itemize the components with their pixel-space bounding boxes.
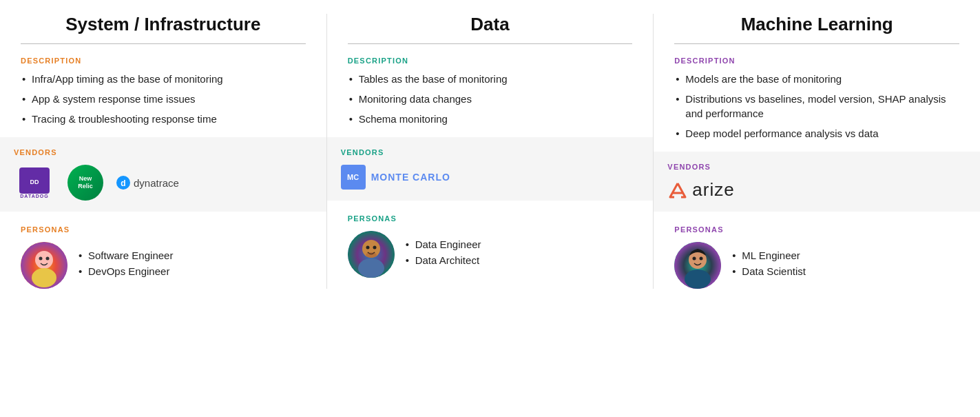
main-columns: System / Infrastructure DESCRIPTION Infr… bbox=[0, 0, 980, 303]
desc-item: Deep model performance analysis vs data bbox=[674, 126, 959, 141]
dynatrace-vendor: d dynatrace bbox=[116, 175, 179, 190]
vendors-label-ml: VENDORS bbox=[667, 163, 966, 171]
svg-point-11 bbox=[358, 258, 384, 278]
svg-point-8 bbox=[46, 257, 50, 261]
svg-point-19 bbox=[693, 257, 696, 261]
vendors-logos-data: MC MONTE CARLO bbox=[341, 165, 640, 190]
svg-point-18 bbox=[685, 269, 711, 289]
personas-list-system: Software Engineer DevOps Engineer bbox=[79, 250, 173, 281]
desc-item: Schema monitoring bbox=[348, 112, 633, 126]
persona-item: ML Engineer bbox=[732, 250, 806, 261]
desc-item: Distributions vs baselines, model versio… bbox=[674, 92, 959, 121]
svg-point-6 bbox=[32, 268, 56, 287]
desc-item: Models are the base of monitoring bbox=[674, 72, 959, 86]
arize-icon bbox=[667, 181, 688, 200]
personas-list-ml: ML Engineer Data Scientist bbox=[732, 250, 806, 281]
description-list-data: Tables as the base of monitoring Monitor… bbox=[348, 72, 633, 126]
vendors-logos-ml: arize bbox=[667, 179, 966, 201]
dynatrace-icon: d bbox=[116, 175, 131, 190]
vendors-label-system: VENDORS bbox=[14, 148, 313, 156]
montecarlo-vendor: MC MONTE CARLO bbox=[341, 165, 450, 190]
newrelic-text: NewRelic bbox=[78, 175, 93, 190]
vendors-logos-system: DD DATADOG NewRelic d dynatrace bbox=[14, 165, 313, 201]
personas-section-system: PERSONAS bbox=[21, 212, 306, 289]
persona-item: Data Architect bbox=[406, 254, 481, 266]
persona-item: Data Engineer bbox=[406, 238, 481, 250]
description-label-system: DESCRIPTION bbox=[21, 57, 306, 65]
description-label-data: DESCRIPTION bbox=[348, 57, 633, 65]
arize-vendor: arize bbox=[667, 179, 734, 201]
personas-content-data: Data Engineer Data Architect bbox=[348, 231, 633, 278]
personas-label-ml: PERSONAS bbox=[674, 225, 959, 234]
personas-section-ml: PERSONAS bbox=[674, 212, 959, 289]
personas-label-system: PERSONAS bbox=[21, 225, 306, 234]
avatar-image-system bbox=[21, 242, 67, 289]
personas-content-system: Software Engineer DevOps Engineer bbox=[21, 242, 306, 289]
svg-text:d: d bbox=[121, 179, 125, 188]
description-list-system: Infra/App timing as the base of monitori… bbox=[21, 72, 306, 126]
persona-item: DevOps Engineer bbox=[79, 265, 173, 277]
title-divider-ml bbox=[674, 43, 959, 44]
avatar-ml bbox=[674, 242, 721, 289]
svg-point-14 bbox=[366, 252, 377, 258]
arize-text: arize bbox=[692, 179, 734, 201]
svg-point-7 bbox=[39, 257, 43, 261]
title-divider-data bbox=[348, 43, 633, 44]
avatar-data bbox=[348, 231, 395, 278]
personas-section-data: PERSONAS bbox=[348, 201, 633, 278]
desc-item: Tracing & troubleshooting response time bbox=[21, 112, 306, 126]
col-title-ml: Machine Learning bbox=[674, 14, 959, 35]
svg-point-13 bbox=[373, 246, 376, 250]
newrelic-vendor: NewRelic bbox=[67, 165, 103, 201]
datadog-text: DATADOG bbox=[20, 194, 48, 199]
avatar-system bbox=[21, 242, 67, 289]
personas-label-data: PERSONAS bbox=[348, 214, 633, 223]
personas-list-data: Data Engineer Data Architect bbox=[406, 238, 481, 270]
persona-item: Software Engineer bbox=[79, 250, 173, 261]
desc-item: App & system response time issues bbox=[21, 92, 306, 106]
personas-content-ml: ML Engineer Data Scientist bbox=[674, 242, 959, 289]
col-title-system: System / Infrastructure bbox=[21, 14, 306, 35]
desc-item: Tables as the base of monitoring bbox=[348, 72, 633, 86]
mc-badge-icon: MC bbox=[341, 165, 366, 190]
avatar-image-data bbox=[348, 231, 395, 278]
vendors-section-ml: VENDORS arize bbox=[654, 152, 980, 212]
dynatrace-text: dynatrace bbox=[134, 177, 179, 189]
persona-item: Data Scientist bbox=[732, 265, 806, 277]
svg-point-12 bbox=[366, 246, 369, 250]
mc-text: MONTE CARLO bbox=[371, 172, 450, 183]
column-ml: Machine Learning DESCRIPTION Models are … bbox=[654, 14, 980, 289]
desc-item: Infra/App timing as the base of monitori… bbox=[21, 72, 306, 86]
desc-item: Monitoring data changes bbox=[348, 92, 633, 106]
description-list-ml: Models are the base of monitoring Distri… bbox=[674, 72, 959, 141]
vendors-section-system: VENDORS DD DATADOG NewRelic bbox=[0, 137, 326, 212]
col-title-data: Data bbox=[348, 14, 633, 35]
title-divider-system bbox=[21, 43, 306, 44]
avatar-image-ml bbox=[674, 242, 721, 289]
column-system-infra: System / Infrastructure DESCRIPTION Infr… bbox=[0, 14, 327, 289]
svg-text:DD: DD bbox=[30, 179, 39, 185]
column-data: Data DESCRIPTION Tables as the base of m… bbox=[327, 14, 654, 289]
vendors-label-data: VENDORS bbox=[341, 148, 640, 156]
svg-point-5 bbox=[35, 251, 53, 269]
svg-point-20 bbox=[700, 257, 703, 261]
datadog-vendor: DD DATADOG bbox=[14, 165, 55, 200]
vendors-section-data: VENDORS MC MONTE CARLO bbox=[327, 137, 654, 201]
description-label-ml: DESCRIPTION bbox=[674, 57, 959, 65]
